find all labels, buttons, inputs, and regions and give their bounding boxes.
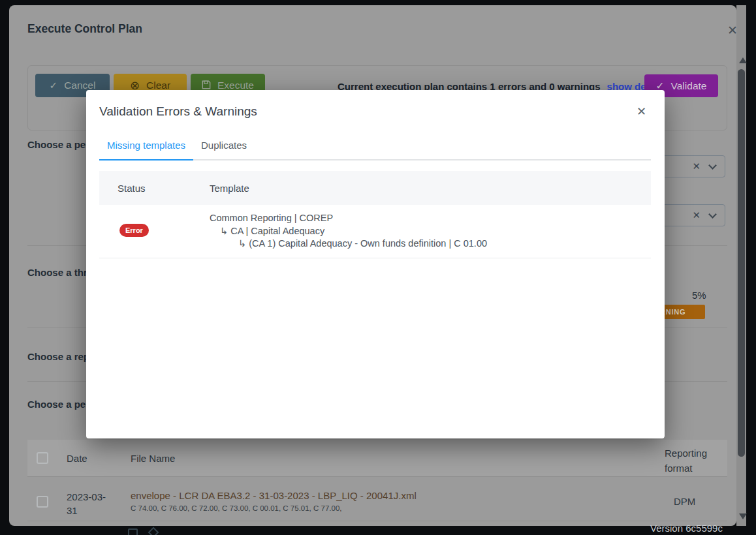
- template-level-1: Common Reporting | COREP: [210, 212, 487, 225]
- scrollbar-thumb[interactable]: [738, 69, 745, 457]
- table-divider: [27, 476, 727, 477]
- window-icon: [128, 528, 138, 535]
- validation-table-header: Status Template: [99, 171, 651, 205]
- close-icon[interactable]: ✕: [637, 104, 646, 119]
- layers-icon: [148, 527, 159, 535]
- tab-missing-templates[interactable]: Missing templates: [99, 140, 193, 159]
- tab-duplicates[interactable]: Duplicates: [193, 140, 265, 159]
- file-templates-list: C 74.00, C 76.00, C 72.00, C 73.00, C 00…: [131, 504, 341, 512]
- branch-arrow-icon: ↳: [220, 226, 228, 236]
- validation-errors-dialog: Validation Errors & Warnings ✕ Missing t…: [86, 90, 665, 438]
- select-all-checkbox[interactable]: [37, 452, 48, 464]
- column-header-filename: File Name: [131, 453, 175, 464]
- modal-title: Execute Control Plan: [27, 22, 142, 36]
- validate-button-label: Validate: [671, 80, 707, 92]
- error-status-badge: Error: [119, 224, 149, 237]
- column-header-reporting-format: Reporting format: [665, 446, 719, 476]
- file-date: 2023-03-31: [67, 490, 110, 517]
- file-name: envelope - LCR DA EBA3.2 - 31-03-2023 - …: [131, 490, 417, 501]
- save-disk-icon: [202, 80, 211, 91]
- table-divider: [27, 521, 727, 521]
- file-reporting-format: DPM: [674, 496, 695, 507]
- template-level-3: ↳(CA 1) Capital Adequacy - Own funds def…: [210, 237, 487, 251]
- template-hierarchy: Common Reporting | COREP ↳CA | Capital A…: [210, 212, 487, 251]
- column-header-date: Date: [67, 453, 87, 464]
- chevron-down-icon[interactable]: [708, 210, 717, 219]
- threshold-percent: 5%: [692, 290, 706, 301]
- scroll-down-arrow[interactable]: [739, 513, 747, 519]
- column-header-status: Status: [118, 183, 210, 194]
- version-label: Version 6c5599c: [650, 523, 723, 534]
- tab-underline-active: [99, 159, 193, 160]
- column-header-template: Template: [210, 183, 249, 194]
- dialog-tabs: Missing templates Duplicates: [99, 140, 265, 159]
- template-level-2: ↳CA | Capital Adequacy: [210, 225, 487, 238]
- dialog-title: Validation Errors & Warnings: [99, 104, 257, 119]
- chevron-down-icon[interactable]: [708, 161, 717, 170]
- clear-selection-icon[interactable]: ✕: [692, 209, 701, 221]
- clear-selection-icon[interactable]: ✕: [692, 160, 701, 172]
- scroll-up-arrow[interactable]: [739, 57, 747, 63]
- validation-table-row[interactable]: Error Common Reporting | COREP ↳CA | Cap…: [99, 205, 651, 258]
- branch-arrow-icon: ↳: [238, 238, 246, 249]
- check-icon: ✓: [50, 80, 58, 91]
- row-checkbox[interactable]: [37, 496, 48, 508]
